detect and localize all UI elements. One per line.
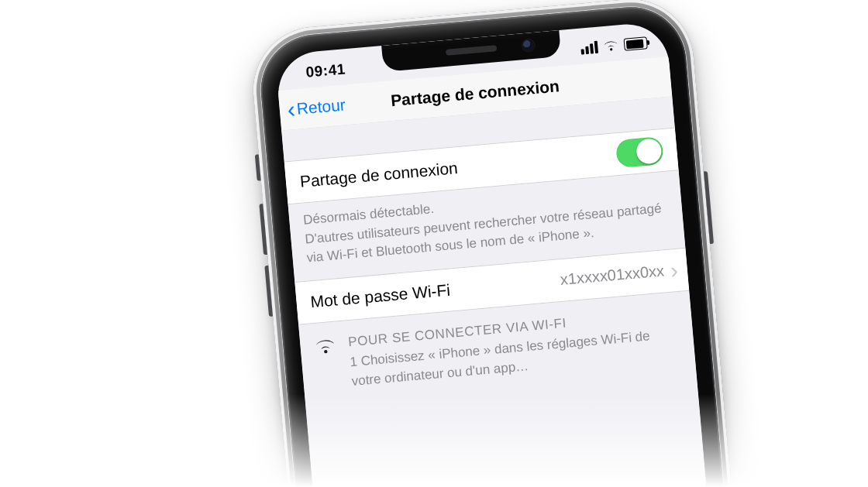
back-label: Retour	[296, 95, 346, 118]
wifi-icon	[314, 338, 340, 394]
phone-screen: 09:41 ‹	[275, 21, 740, 487]
wifi-icon	[603, 39, 619, 53]
battery-icon	[624, 36, 648, 51]
mute-switch	[255, 154, 261, 180]
hotspot-toggle[interactable]	[615, 136, 664, 168]
back-button[interactable]: ‹ Retour	[279, 95, 346, 119]
phone-frame: 09:41 ‹	[248, 0, 766, 487]
chevron-left-icon: ‹	[288, 109, 295, 110]
volume-down-button	[264, 266, 273, 317]
cellular-signal-icon	[580, 41, 598, 55]
wifi-password-label: Mot de passe Wi-Fi	[310, 280, 451, 311]
phone-bezel: 09:41 ‹	[257, 2, 759, 487]
volume-up-button	[259, 204, 267, 255]
wifi-password-value: x1xxxx01xx0xx	[560, 262, 665, 290]
side-button	[704, 171, 714, 244]
hotspot-toggle-label: Partage de connexion	[299, 159, 459, 191]
status-time: 09:41	[305, 60, 346, 81]
content-area: Partage de connexion Désormais détectabl…	[281, 97, 739, 487]
toggle-knob	[636, 138, 663, 165]
chevron-right-icon: ›	[670, 270, 678, 271]
